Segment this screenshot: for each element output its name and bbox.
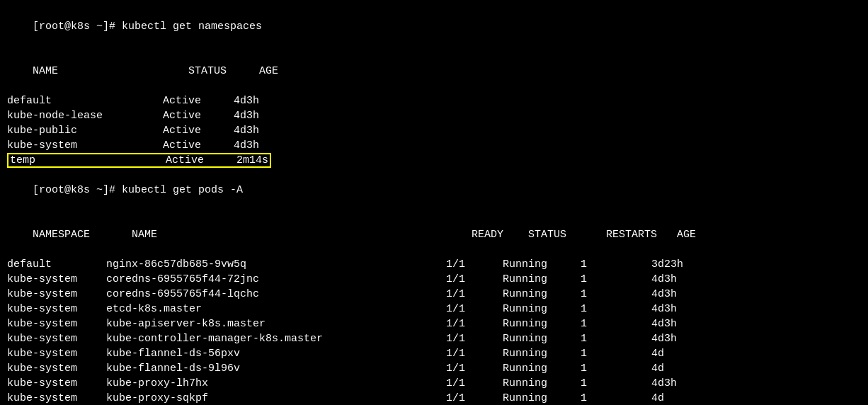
pod-name: kube-proxy-lh7hx <box>106 376 446 391</box>
ns-age: 4d3h <box>234 123 259 138</box>
ns-age: 4d3h <box>234 138 259 153</box>
pod-restarts: 1 <box>581 316 651 331</box>
pod-row: kube-systemkube-flannel-ds-9l96v1/1Runni… <box>7 361 861 376</box>
pod-status: Running <box>503 376 581 391</box>
ns-name: kube-public <box>7 123 163 138</box>
terminal-container: [root@k8s ~]# kubectl get namespaces NAM… <box>7 4 861 405</box>
pod-age: 4d3h <box>651 287 677 302</box>
pod-name: nginx-86c57db685-9vw5q <box>106 257 446 272</box>
pod-col-namespace-header: NAMESPACE <box>33 227 132 242</box>
pod-ready: 1/1 <box>446 287 503 302</box>
pod-name: coredns-6955765f44-lqchc <box>106 287 446 302</box>
pod-row: kube-systemetcd-k8s.master1/1Running14d3… <box>7 302 861 316</box>
namespace-rows: defaultActive4d3hkube-node-leaseActive4d… <box>7 93 861 168</box>
ns-header-line: NAMESTATUSAGE <box>7 49 861 93</box>
pod-row: kube-systemkube-controller-manager-k8s.m… <box>7 331 861 346</box>
ns-age: 4d3h <box>234 93 259 108</box>
pod-restarts: 1 <box>581 391 651 405</box>
ns-col-name-header: NAME <box>33 64 188 79</box>
pod-status: Running <box>503 346 581 361</box>
pod-col-age-header: AGE <box>677 227 696 242</box>
pod-name: kube-flannel-ds-9l96v <box>106 361 446 376</box>
ns-col-age-header: AGE <box>259 64 278 79</box>
pod-status: Running <box>503 257 581 272</box>
pod-name: kube-apiserver-k8s.master <box>106 316 446 331</box>
pod-age: 4d <box>651 346 664 361</box>
pod-status: Running <box>503 316 581 331</box>
pod-restarts: 1 <box>581 302 651 316</box>
pod-age: 4d3h <box>651 302 677 316</box>
pod-status: Running <box>503 287 581 302</box>
pod-ready: 1/1 <box>446 316 503 331</box>
pod-name: kube-flannel-ds-56pxv <box>106 346 446 361</box>
pod-restarts: 1 <box>581 272 651 287</box>
ns-status: Active <box>163 123 234 138</box>
pod-namespace: kube-system <box>7 272 106 287</box>
pod-ready: 1/1 <box>446 391 503 405</box>
pod-status: Running <box>503 331 581 346</box>
ns-age: 4d3h <box>234 108 259 123</box>
pod-namespace: kube-system <box>7 376 106 391</box>
pod-row: kube-systemkube-proxy-sqkpf1/1Running14d <box>7 391 861 405</box>
pod-col-ready-header: READY <box>472 227 528 242</box>
pod-restarts: 1 <box>581 376 651 391</box>
pod-row: kube-systemkube-apiserver-k8s.master1/1R… <box>7 316 861 331</box>
ns-status: Active <box>163 108 234 123</box>
pod-col-name-header: NAME <box>132 227 472 242</box>
pod-restarts: 1 <box>581 287 651 302</box>
pod-age: 4d3h <box>651 331 677 346</box>
pod-status: Running <box>503 272 581 287</box>
pod-name: kube-controller-manager-k8s.master <box>106 331 446 346</box>
namespace-row: kube-publicActive4d3h <box>7 123 861 138</box>
pod-restarts: 1 <box>581 361 651 376</box>
pod-namespace: kube-system <box>7 361 106 376</box>
pod-rows: defaultnginx-86c57db685-9vw5q1/1Running1… <box>7 257 861 405</box>
pod-ready: 1/1 <box>446 331 503 346</box>
pod-age: 4d3h <box>651 316 677 331</box>
pod-restarts: 1 <box>581 257 651 272</box>
ns-name: kube-system <box>7 138 163 153</box>
ns-status: Active <box>163 138 234 153</box>
pod-age: 4d <box>651 361 664 376</box>
highlighted-ns: tempActive2m14s <box>7 153 271 168</box>
pod-name: coredns-6955765f44-72jnc <box>106 272 446 287</box>
pod-ready: 1/1 <box>446 346 503 361</box>
pod-row: kube-systemcoredns-6955765f44-72jnc1/1Ru… <box>7 272 861 287</box>
ns-age: 2m14s <box>236 153 268 168</box>
pod-ready: 1/1 <box>446 272 503 287</box>
prompt-1: [root@k8s ~]# kubectl get namespaces <box>33 21 262 33</box>
ns-status: Active <box>163 93 234 108</box>
pod-restarts: 1 <box>581 346 651 361</box>
pod-name: etcd-k8s.master <box>106 302 446 316</box>
pod-status: Running <box>503 391 581 405</box>
pod-age: 4d3h <box>651 376 677 391</box>
command-1: [root@k8s ~]# kubectl get namespaces <box>7 4 861 49</box>
ns-col-status-header: STATUS <box>188 64 259 79</box>
pod-status: Running <box>503 302 581 316</box>
pod-ready: 1/1 <box>446 361 503 376</box>
ns-name: default <box>7 93 163 108</box>
ns-name: kube-node-lease <box>7 108 163 123</box>
pod-name: kube-proxy-sqkpf <box>106 391 446 405</box>
pod-row: defaultnginx-86c57db685-9vw5q1/1Running1… <box>7 257 861 272</box>
pod-ready: 1/1 <box>446 376 503 391</box>
pods-header-line: NAMESPACENAMEREADYSTATUSRESTARTSAGE <box>7 212 861 257</box>
namespace-row: defaultActive4d3h <box>7 93 861 108</box>
pod-namespace: kube-system <box>7 316 106 331</box>
pod-namespace: default <box>7 257 106 272</box>
namespace-row: kube-node-leaseActive4d3h <box>7 108 861 123</box>
pod-age: 4d3h <box>651 272 677 287</box>
pod-namespace: kube-system <box>7 391 106 405</box>
pod-ready: 1/1 <box>446 257 503 272</box>
ns-name: temp <box>10 153 166 168</box>
ns-status: Active <box>166 153 236 168</box>
pod-status: Running <box>503 361 581 376</box>
command-2: [root@k8s ~]# kubectl get pods -A <box>7 168 861 212</box>
pod-age: 3d23h <box>651 257 683 272</box>
namespace-row: tempActive2m14s <box>7 153 861 168</box>
pod-col-status-header: STATUS <box>528 227 606 242</box>
pod-ready: 1/1 <box>446 302 503 316</box>
pod-namespace: kube-system <box>7 331 106 346</box>
pod-restarts: 1 <box>581 331 651 346</box>
pod-row: kube-systemkube-flannel-ds-56pxv1/1Runni… <box>7 346 861 361</box>
